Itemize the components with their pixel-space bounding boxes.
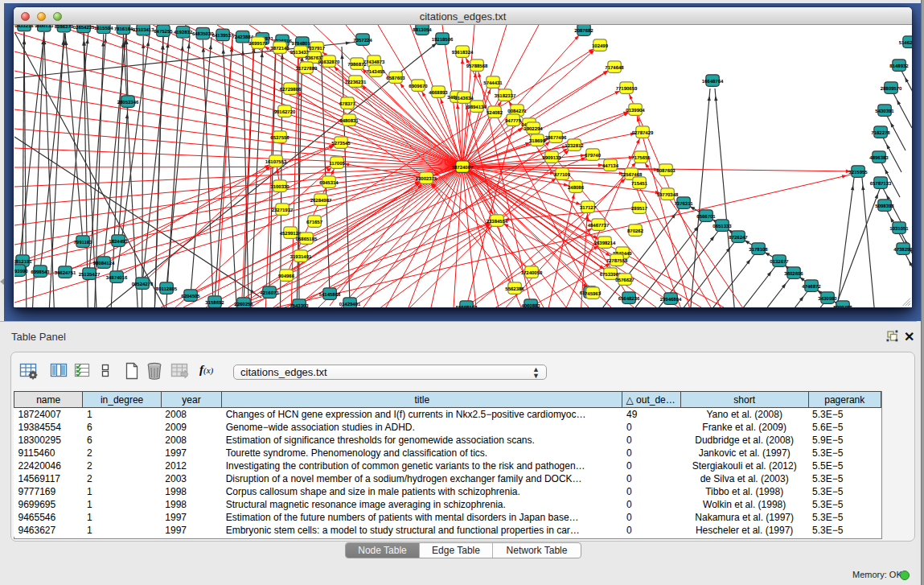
svg-text:5273545: 5273545	[331, 141, 351, 146]
svg-text:870262: 870262	[627, 229, 644, 234]
svg-text:02787429: 02787429	[632, 130, 654, 136]
svg-text:34624751: 34624751	[55, 270, 76, 276]
svg-text:4738299: 4738299	[893, 247, 912, 253]
svg-text:5430391: 5430391	[875, 109, 894, 114]
svg-text:23384554: 23384554	[487, 219, 508, 225]
svg-text:95788568: 95788568	[466, 64, 488, 69]
svg-text:6204505: 6204505	[181, 294, 200, 299]
svg-text:16648764: 16648764	[702, 79, 724, 84]
svg-text:6998543: 6998543	[31, 270, 50, 275]
svg-text:93103413: 93103413	[133, 27, 154, 33]
svg-text:6475255: 6475255	[154, 29, 173, 35]
svg-text:72787558: 72787558	[606, 258, 628, 264]
svg-text:3158692: 3158692	[205, 300, 224, 306]
svg-text:3215955: 3215955	[848, 170, 868, 175]
svg-text:4216073: 4216073	[260, 290, 279, 296]
svg-text:80112805: 80112805	[156, 286, 178, 292]
svg-text:28053346: 28053346	[117, 100, 139, 105]
svg-text:947775: 947775	[505, 118, 522, 124]
svg-text:34874016: 34874016	[106, 275, 128, 281]
svg-text:5562386: 5562386	[505, 286, 524, 292]
svg-text:1902294: 1902294	[524, 126, 543, 132]
svg-text:93618324: 93618324	[452, 50, 474, 56]
svg-text:77190659: 77190659	[616, 86, 638, 92]
svg-text:16107553: 16107553	[265, 159, 287, 165]
svg-text:4060883: 4060883	[521, 303, 540, 308]
svg-text:31931491: 31931491	[290, 254, 312, 260]
svg-text:1031051: 1031051	[889, 226, 909, 232]
svg-text:8813054: 8813054	[413, 27, 432, 33]
svg-text:02654235: 02654235	[73, 25, 95, 31]
svg-text:2260256: 2260256	[234, 302, 253, 307]
svg-text:18724007: 18724007	[452, 165, 474, 171]
svg-text:65648236: 65648236	[618, 296, 640, 302]
svg-text:45299124: 45299124	[280, 231, 302, 237]
svg-text:01429401: 01429401	[339, 302, 361, 307]
svg-text:64835030: 64835030	[192, 31, 214, 37]
svg-text:6537556: 6537556	[270, 135, 290, 141]
svg-text:48467737: 48467737	[588, 223, 610, 229]
svg-text:65787133: 65787133	[870, 181, 892, 187]
svg-text:54145868: 54145868	[319, 292, 341, 298]
svg-text:8148932: 8148932	[889, 64, 909, 69]
svg-text:64139537: 64139537	[212, 33, 234, 39]
svg-text:7357224: 7357224	[353, 38, 372, 43]
svg-text:904966: 904966	[278, 274, 295, 279]
svg-text:26398214: 26398214	[594, 241, 616, 246]
svg-text:23002375: 23002375	[416, 176, 437, 182]
svg-text:715451: 715451	[631, 181, 648, 187]
svg-text:8726247: 8726247	[729, 235, 748, 241]
svg-text:29946804: 29946804	[660, 297, 682, 303]
svg-text:9909133: 9909133	[542, 155, 561, 161]
svg-text:5744431: 5744431	[483, 80, 503, 86]
svg-text:679740: 679740	[585, 153, 602, 159]
svg-text:2087682: 2087682	[574, 28, 593, 34]
svg-text:1824493: 1824493	[109, 239, 128, 245]
svg-text:01632870: 01632870	[318, 60, 340, 65]
svg-text:447134: 447134	[602, 163, 619, 169]
svg-text:0812191: 0812191	[14, 259, 32, 265]
svg-text:98084124: 98084124	[93, 261, 115, 266]
svg-text:7143455: 7143455	[366, 69, 385, 75]
svg-text:9480831: 9480831	[339, 118, 359, 124]
svg-text:037917: 037917	[309, 46, 326, 51]
svg-text:4896383: 4896383	[869, 155, 889, 161]
svg-text:77434873: 77434873	[363, 60, 385, 65]
svg-text:0651333: 0651333	[713, 224, 732, 229]
svg-text:524082: 524082	[487, 110, 503, 116]
svg-text:7174648: 7174648	[605, 65, 624, 71]
svg-text:289517: 289517	[631, 206, 648, 212]
svg-text:4746872: 4746872	[802, 284, 821, 290]
svg-text:248086: 248086	[568, 185, 585, 191]
svg-text:31727889: 31727889	[296, 66, 318, 72]
svg-text:7543303: 7543303	[290, 303, 309, 308]
svg-text:7816184: 7816184	[114, 27, 133, 32]
svg-text:7991183: 7991183	[73, 240, 92, 245]
svg-text:9600133: 9600133	[35, 25, 54, 29]
svg-text:6945314: 6945314	[319, 180, 339, 186]
svg-text:4192832: 4192832	[174, 30, 193, 35]
svg-text:0576627: 0576627	[615, 278, 634, 283]
svg-text:9894134: 9894134	[467, 105, 487, 110]
svg-text:8386379: 8386379	[55, 25, 74, 30]
svg-text:28809570: 28809570	[881, 86, 902, 92]
svg-text:0143634: 0143634	[454, 96, 474, 101]
svg-text:23271937: 23271937	[272, 208, 294, 213]
svg-text:00524278: 00524278	[132, 282, 154, 287]
svg-text:26284987: 26284987	[310, 198, 332, 204]
svg-text:3100330: 3100330	[270, 184, 290, 190]
svg-text:17240050: 17240050	[521, 270, 543, 276]
svg-text:51462704: 51462704	[899, 40, 912, 46]
svg-text:0433218: 0433218	[14, 25, 34, 29]
svg-text:4668893: 4668893	[429, 90, 448, 96]
svg-text:12236231: 12236231	[345, 80, 367, 85]
svg-text:1615594: 1615594	[94, 26, 113, 31]
svg-text:745961: 745961	[585, 291, 602, 297]
svg-text:678377: 678377	[339, 101, 356, 107]
svg-text:5098393: 5098393	[875, 204, 894, 209]
svg-text:6566701: 6566701	[696, 214, 716, 220]
svg-text:6587603: 6587603	[386, 76, 405, 81]
svg-text:5009788: 5009788	[833, 305, 852, 308]
svg-text:477109: 477109	[554, 172, 571, 178]
svg-text:3602606: 3602606	[784, 271, 803, 277]
